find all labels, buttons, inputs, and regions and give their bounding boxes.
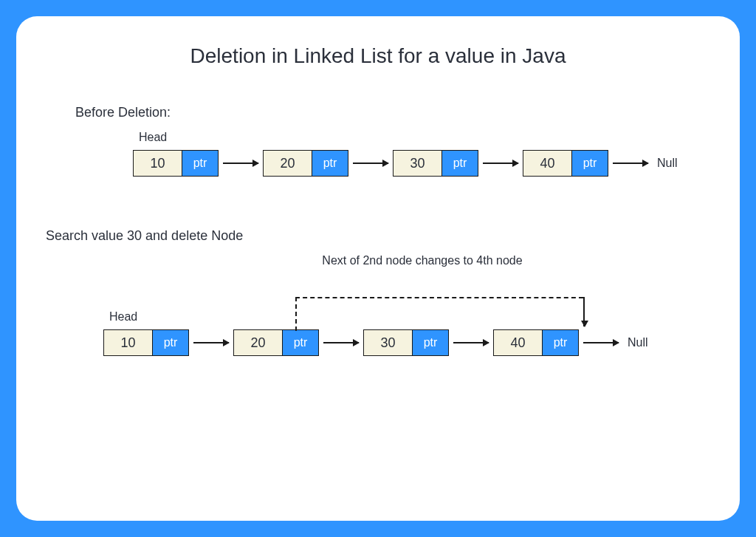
node-ptr: ptr [572,151,608,176]
arrow-icon [193,342,229,343]
before-label: Before Deletion: [75,105,710,120]
node-ptr: ptr [543,330,578,355]
after-row: 10 ptr 20 ptr 30 ptr 40 ptr [103,329,710,356]
arrow-icon [223,163,258,164]
node: 20 ptr [233,329,319,356]
after-label: Search value 30 and delete Node [46,228,710,244]
null-label: Null [628,336,648,349]
node-value: 30 [394,151,442,176]
before-head-label: Head [139,131,710,144]
node-value: 10 [134,151,182,176]
arrow-icon [483,163,518,164]
node-ptr: ptr [413,330,448,355]
node: 10 ptr [133,150,219,177]
node: 20 ptr [263,150,348,177]
before-section: Before Deletion: Head 10 ptr 20 ptr 30 p… [75,105,710,177]
arrow-icon [353,163,388,164]
node-ptr: ptr [153,330,188,355]
dashed-line-icon [295,297,297,331]
arrow-down-icon [583,297,585,326]
node-value: 20 [234,330,283,355]
node-value: 40 [523,151,572,176]
node-value: 40 [494,330,543,355]
null-label: Null [657,157,678,170]
node-ptr: ptr [442,151,478,176]
node-value: 10 [104,330,153,355]
outer-frame: Deletion in Linked List for a value in J… [0,0,756,537]
node: 40 ptr [523,150,608,177]
arrow-icon [453,342,489,343]
node-ptr: ptr [182,151,218,176]
diagram-title: Deletion in Linked List for a value in J… [46,44,710,68]
node: 30 ptr [393,150,478,177]
dashed-line-icon [295,297,583,298]
bypass-arrow [103,272,710,331]
node: 30 ptr [363,329,449,356]
bypass-caption: Next of 2nd node changes to 4th node [134,254,710,267]
node: 10 ptr [103,329,189,356]
node-value: 30 [364,330,413,355]
node-value: 20 [264,151,312,176]
before-row: 10 ptr 20 ptr 30 ptr 40 ptr [133,150,710,177]
node-ptr: ptr [283,330,318,355]
node-ptr: ptr [312,151,348,176]
arrow-icon [613,163,648,164]
arrow-icon [323,342,359,343]
node: 40 ptr [493,329,579,356]
after-section: Search value 30 and delete Node Next of … [46,228,710,356]
arrow-icon [583,342,619,343]
diagram-canvas: Deletion in Linked List for a value in J… [16,16,740,521]
